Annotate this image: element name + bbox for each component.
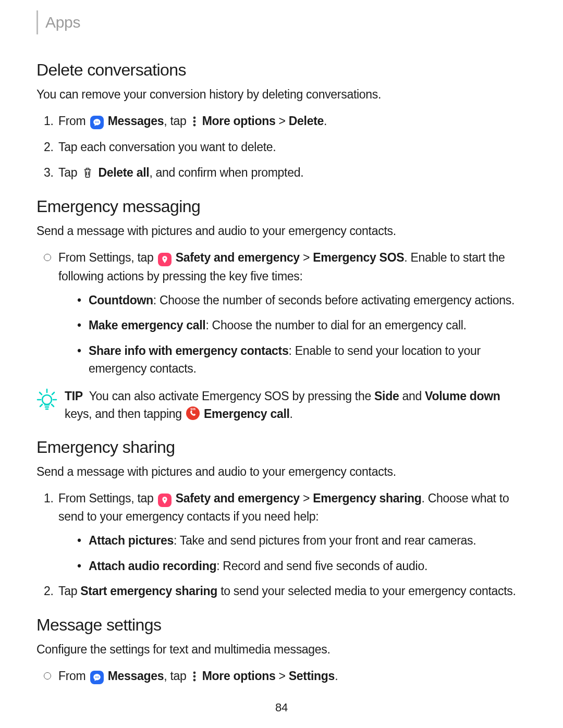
text: > [303,491,310,505]
text: Share info with emergency contacts [89,344,288,357]
svg-point-21 [193,675,195,677]
heading-delete-conversations: Delete conversations [36,60,527,80]
list-item: Make emergency call: Choose the number t… [89,316,527,335]
svg-point-2 [97,121,99,122]
more-options-icon [191,670,198,683]
delete-icon [81,166,94,179]
text: Tap [58,584,80,598]
text: > [303,251,310,264]
text: Delete all [98,166,149,179]
svg-point-19 [97,676,99,677]
text: Emergency sharing [313,491,421,505]
svg-point-6 [164,258,165,260]
svg-line-12 [40,404,42,406]
svg-line-13 [52,404,54,406]
tip-callout: TIP You can also activate Emergency SOS … [36,387,527,423]
list-item: From Settings, tap Safety and emergency … [58,249,527,377]
svg-point-0 [95,121,96,122]
messages-icon [90,116,104,129]
text: Countdown [89,293,153,307]
svg-line-9 [52,392,54,394]
list-item: From Settings, tap Safety and emergency … [58,489,527,575]
text: Attach audio recording [89,559,216,573]
heading-emergency-messaging: Emergency messaging [36,197,527,216]
svg-point-3 [193,117,195,119]
list-item: Attach pictures: Take and send pictures … [89,532,527,550]
svg-point-16 [164,498,165,500]
emergency-call-icon: SOS [186,406,200,420]
svg-text:SOS: SOS [190,408,196,411]
list-item: From Messages, tap More options > Delete… [58,112,527,131]
text: More options [202,114,276,128]
list-item: From Messages, tap More options > Settin… [58,667,527,686]
heading-message-settings: Message settings [36,615,527,635]
tip-body: TIP You can also activate Emergency SOS … [65,387,527,423]
text: You can also activate Emergency SOS by p… [89,389,374,403]
tip-lightbulb-icon [36,388,57,413]
text: Volume down [425,389,500,403]
text: . [324,114,327,128]
text: > [279,669,286,683]
breadcrumb-divider [36,10,38,34]
text: Messages [108,114,164,128]
list-item: Tap each conversation you want to delete… [58,138,527,157]
text: Settings [289,669,335,683]
text: : Choose the number to dial for an emerg… [205,318,466,332]
text: , and confirm when prompted. [149,166,303,179]
text: Emergency call [204,407,290,421]
text: From [58,114,85,128]
text: keys, and then tapping [65,407,182,421]
text: From Settings, tap [58,491,154,505]
more-options-icon [191,115,198,128]
text: Make emergency call [89,318,205,332]
text: From [58,669,85,683]
text: : Take and send pictures from your front… [174,534,476,547]
text: and [399,389,425,403]
text: Safety and emergency [176,491,300,505]
text: . [335,669,338,683]
breadcrumb: Apps [36,10,527,34]
svg-point-22 [193,678,195,681]
text: Safety and emergency [176,251,300,264]
svg-point-17 [95,676,96,677]
list-item: Countdown: Choose the number of seconds … [89,291,527,310]
intro-delete-conversations: You can remove your conversion history b… [36,86,527,103]
text: Attach pictures [89,534,174,547]
page-number: 84 [0,701,563,714]
list-item: Tap Start emergency sharing to send your… [58,582,527,601]
text: . [290,407,293,421]
svg-point-1 [96,121,97,122]
svg-point-5 [193,124,195,127]
text: > [279,114,286,128]
text: Side [374,389,399,403]
svg-point-4 [193,120,195,123]
safety-emergency-icon [158,493,172,507]
safety-emergency-icon [158,253,172,266]
text: Delete [289,114,324,128]
svg-point-14 [42,395,52,404]
text: , tap [164,114,186,128]
svg-point-18 [96,676,97,677]
messages-icon [90,671,104,684]
breadcrumb-text: Apps [45,14,80,31]
list-item: Share info with emergency contacts: Enab… [89,342,527,378]
intro-emergency-messaging: Send a message with pictures and audio t… [36,223,527,239]
text: Messages [108,669,164,683]
heading-emergency-sharing: Emergency sharing [36,438,527,457]
text: : Record and send five seconds of audio. [216,559,427,573]
svg-line-8 [40,392,42,394]
intro-emergency-sharing: Send a message with pictures and audio t… [36,463,527,480]
text: to send your selected media to your emer… [217,584,516,598]
text: , tap [164,669,186,683]
text: Tap [58,166,77,179]
list-item: Tap Delete all, and confirm when prompte… [58,164,527,182]
tip-label: TIP [65,389,83,403]
text: More options [202,669,276,683]
svg-point-20 [193,671,195,674]
intro-message-settings: Configure the settings for text and mult… [36,641,527,658]
text: From Settings, tap [58,251,154,264]
text: Start emergency sharing [80,584,217,598]
list-item: Attach audio recording: Record and send … [89,557,527,575]
text: : Choose the number of seconds before ac… [153,293,515,307]
text: Emergency SOS [313,251,404,264]
